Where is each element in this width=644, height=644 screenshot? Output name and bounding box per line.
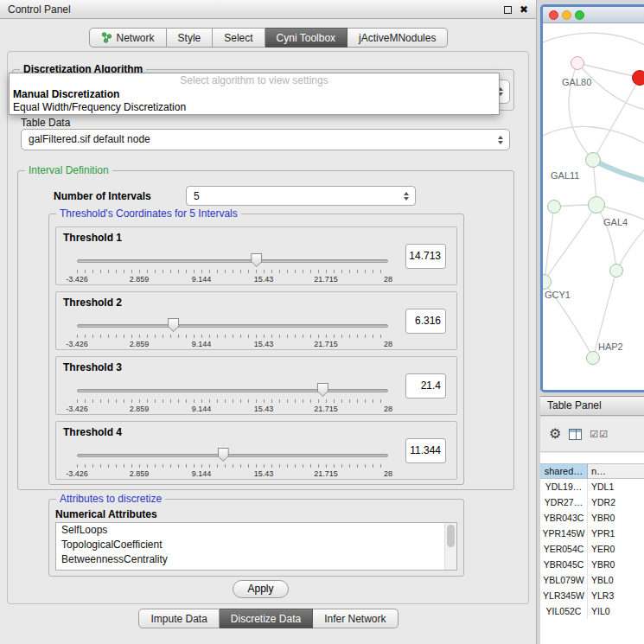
table-cell[interactable]: YDR2 bbox=[588, 494, 644, 510]
threshold-value-field[interactable]: 14.713 bbox=[405, 244, 446, 269]
threshold-panel: Threshold 1 -3.4262.8599.14415.4321.7152… bbox=[55, 226, 457, 285]
attributes-list[interactable]: SelfLoops TopologicalCoefficient Between… bbox=[55, 522, 457, 571]
table-cell[interactable]: YBL079W bbox=[540, 572, 588, 588]
table-cell[interactable]: YER0 bbox=[588, 541, 644, 557]
tab-select[interactable]: Select bbox=[213, 28, 265, 48]
network-node[interactable] bbox=[571, 56, 584, 70]
scrollbar[interactable] bbox=[444, 523, 456, 570]
threshold-slider[interactable]: -3.4262.8599.14415.4321.71528 bbox=[77, 383, 388, 414]
threshold-slider[interactable]: -3.4262.8599.14415.4321.71528 bbox=[77, 448, 388, 479]
network-node-label: GAL11 bbox=[551, 170, 579, 181]
slider-track[interactable] bbox=[77, 389, 388, 392]
table-panel-title: Table Panel bbox=[547, 399, 602, 411]
list-item[interactable]: SelfLoops bbox=[56, 523, 456, 538]
columns-icon[interactable] bbox=[569, 429, 582, 440]
slider-track[interactable] bbox=[77, 324, 388, 328]
table-row[interactable]: YBL079WYBL0 bbox=[540, 572, 644, 588]
network-node[interactable] bbox=[585, 152, 601, 168]
tick-label: 28 bbox=[384, 340, 392, 348]
table-row[interactable]: YER054CYER0 bbox=[540, 541, 644, 557]
table-cell[interactable]: YBR045C bbox=[540, 557, 588, 572]
apply-button[interactable]: Apply bbox=[233, 580, 289, 598]
network-canvas[interactable]: GAL80GAL11GAL4GCY1HAP2 bbox=[543, 23, 644, 390]
float-window-icon[interactable] bbox=[504, 6, 512, 14]
network-node[interactable] bbox=[588, 196, 605, 214]
list-item[interactable]: TopologicalCoefficient bbox=[56, 538, 456, 552]
tab-cyni-toolbox[interactable]: Cyni Toolbox bbox=[265, 28, 348, 48]
column-header-shared-name[interactable]: shared… bbox=[540, 463, 588, 479]
tick-label: 21.715 bbox=[314, 275, 338, 284]
control-panel-titlebar: Control Panel ✖ bbox=[0, 0, 536, 19]
table-header-row: shared… n… bbox=[540, 463, 644, 479]
network-node[interactable] bbox=[609, 264, 623, 277]
slider-thumb[interactable] bbox=[317, 383, 328, 397]
table-panel-titlebar: Table Panel bbox=[540, 396, 644, 416]
threshold-slider[interactable]: -3.4262.8599.14415.4321.71528 bbox=[77, 253, 388, 284]
tab-jactivemodules[interactable]: jActiveMNodules bbox=[348, 28, 448, 48]
network-node[interactable] bbox=[586, 351, 600, 365]
threshold-slider[interactable]: -3.4262.8599.14415.4321.71528 bbox=[77, 318, 388, 349]
network-node[interactable] bbox=[632, 70, 644, 86]
close-icon[interactable]: ✖ bbox=[520, 4, 528, 15]
table-row[interactable]: YBR045CYBR0 bbox=[540, 557, 644, 572]
table-row[interactable]: YDR27…YDR2 bbox=[540, 494, 644, 510]
slider-track[interactable] bbox=[77, 454, 388, 457]
tab-infer-network[interactable]: Infer Network bbox=[313, 609, 398, 628]
table-cell[interactable]: YDR27… bbox=[540, 494, 588, 510]
table-row[interactable]: YIL052CYIL0 bbox=[540, 603, 644, 619]
threshold-panel: Threshold 4 -3.4262.8599.14415.4321.7152… bbox=[55, 421, 457, 480]
dropdown-option-equal-width[interactable]: Equal Width/Frequency Discretization bbox=[10, 101, 499, 114]
table-cell[interactable]: YLR345W bbox=[540, 588, 588, 603]
table-cell[interactable]: YPR145W bbox=[540, 526, 588, 541]
slider-thumb[interactable] bbox=[168, 318, 179, 332]
tick-label: 28 bbox=[384, 469, 392, 478]
threshold-value-field[interactable]: 6.316 bbox=[405, 309, 446, 334]
table-row[interactable]: YBR043CYBR0 bbox=[540, 510, 644, 526]
tab-label: Style bbox=[178, 32, 201, 44]
slider-thumb[interactable] bbox=[251, 253, 262, 267]
numerical-attributes-label: Numerical Attributes bbox=[55, 508, 157, 520]
threshold-value-field[interactable]: 21.4 bbox=[405, 373, 446, 399]
tab-label: Network bbox=[117, 32, 155, 44]
threshold-label: Threshold 1 bbox=[63, 232, 122, 244]
table-row[interactable]: YLR345WYLR3 bbox=[540, 588, 644, 603]
tick-label: 21.715 bbox=[314, 469, 338, 478]
table-cell[interactable]: YBL0 bbox=[588, 572, 644, 588]
dropdown-option-manual[interactable]: Manual Discretization bbox=[10, 88, 499, 101]
minimize-traffic-light[interactable] bbox=[562, 10, 571, 20]
table-data-combobox[interactable]: galFiltered.sif default node bbox=[21, 129, 510, 150]
network-node[interactable] bbox=[547, 200, 561, 214]
table-cell[interactable]: YLR3 bbox=[588, 588, 644, 603]
tab-network[interactable]: Network bbox=[89, 28, 167, 48]
tab-impute-data[interactable]: Impute Data bbox=[138, 609, 219, 628]
table-cell[interactable]: YDL19… bbox=[540, 479, 588, 494]
tab-discretize-data[interactable]: Discretize Data bbox=[220, 609, 313, 628]
table-cell[interactable]: YBR0 bbox=[588, 510, 644, 526]
table-cell[interactable]: YDL1 bbox=[588, 479, 644, 494]
slider-track[interactable] bbox=[77, 259, 388, 263]
tick-label: 28 bbox=[384, 275, 392, 284]
close-traffic-light[interactable] bbox=[549, 10, 558, 20]
zoom-traffic-light[interactable] bbox=[575, 10, 584, 20]
table-row[interactable]: YDL19…YDL1 bbox=[540, 479, 644, 494]
table-cell[interactable]: YIL0 bbox=[588, 603, 644, 619]
list-item[interactable]: BetweennessCentrality bbox=[56, 552, 456, 567]
table-panel: ⚙ ☑☑ shared… n… YDL19…YDL1YDR27…YDR2YBR0… bbox=[540, 417, 644, 644]
table-cell[interactable]: YPR1 bbox=[588, 526, 644, 541]
table-cell[interactable]: YER054C bbox=[540, 541, 588, 557]
gear-icon[interactable]: ⚙ bbox=[549, 427, 561, 441]
tick-label: 21.715 bbox=[314, 340, 338, 348]
tab-style[interactable]: Style bbox=[167, 28, 214, 48]
column-header-name[interactable]: n… bbox=[588, 463, 644, 479]
tick-label: -3.426 bbox=[66, 405, 88, 413]
table-cell[interactable]: YIL052C bbox=[540, 603, 588, 619]
number-of-intervals-combobox[interactable]: 5 bbox=[186, 186, 416, 206]
scrollbar-thumb[interactable] bbox=[447, 525, 455, 547]
table-row[interactable]: YPR145WYPR1 bbox=[540, 526, 644, 541]
threshold-value-field[interactable]: 11.344 bbox=[405, 438, 446, 463]
table-cell[interactable]: YBR043C bbox=[540, 510, 588, 526]
network-window-titlebar bbox=[543, 7, 644, 23]
table-cell[interactable]: YBR0 bbox=[588, 557, 644, 572]
slider-thumb[interactable] bbox=[218, 448, 229, 462]
select-checkboxes-icon[interactable]: ☑☑ bbox=[590, 430, 609, 439]
